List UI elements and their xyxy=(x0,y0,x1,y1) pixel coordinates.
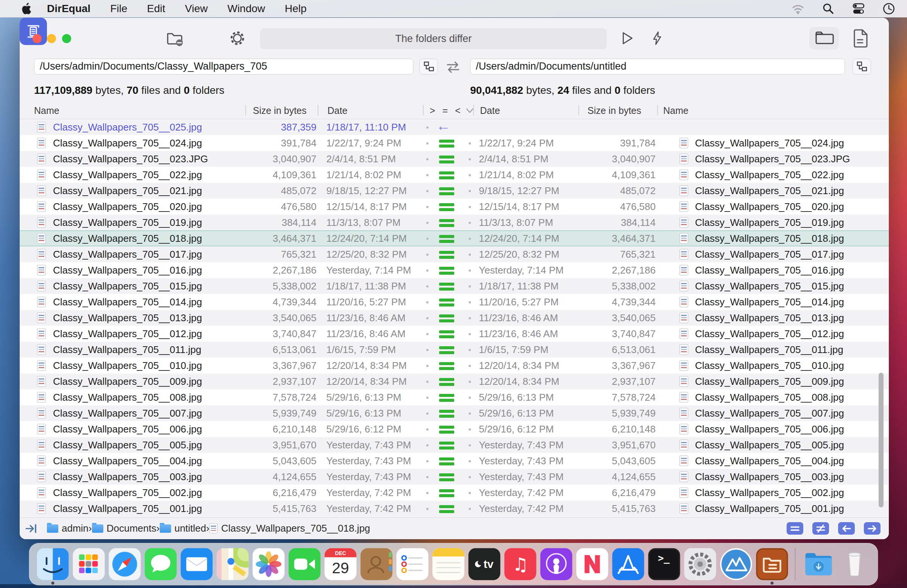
dock-reminders-icon[interactable] xyxy=(394,543,430,585)
clock-icon[interactable] xyxy=(882,2,896,16)
table-row[interactable]: Classy_Wallpapers_705__006.jpg6,210,1485… xyxy=(20,421,889,437)
menu-item-edit[interactable]: Edit xyxy=(147,3,165,15)
column-header-name-left[interactable]: Name xyxy=(34,105,59,116)
wifi-icon[interactable] xyxy=(791,2,805,16)
table-row[interactable]: Classy_Wallpapers_705__016.jpg2,267,186Y… xyxy=(20,262,889,278)
filter-arrow-right-button[interactable] xyxy=(864,522,880,535)
zoom-button[interactable] xyxy=(62,34,71,43)
column-header-size-right[interactable]: Size in bytes xyxy=(588,105,641,116)
dock-direqual-icon[interactable] xyxy=(754,543,790,585)
right-path-input[interactable]: /Users/admin/Documents/untitled xyxy=(470,59,845,75)
dock-trash-icon[interactable] xyxy=(836,543,873,585)
vertical-scrollbar[interactable] xyxy=(879,373,883,507)
left-file-name: Classy_Wallpapers_705__010.jpg xyxy=(53,360,202,372)
filter-arrow-left-button[interactable] xyxy=(838,522,855,535)
open-folder-button[interactable] xyxy=(809,27,839,50)
table-row[interactable]: Classy_Wallpapers_705__008.jpg7,578,7245… xyxy=(20,389,889,405)
filter-equal-button[interactable] xyxy=(787,522,803,535)
dock-settings-icon[interactable] xyxy=(682,543,718,585)
menu-item-file[interactable]: File xyxy=(110,3,127,15)
table-row[interactable]: Classy_Wallpapers_705__005.jpg3,951,670Y… xyxy=(20,437,889,453)
table-row[interactable]: Classy_Wallpapers_705__007.jpg5,939,7495… xyxy=(20,405,889,421)
column-header-date-right[interactable]: Date xyxy=(480,105,500,116)
dock-finder-icon[interactable] xyxy=(35,543,71,585)
menu-item-view[interactable]: View xyxy=(185,3,208,15)
table-row[interactable]: Classy_Wallpapers_705__002.jpg6,216,479Y… xyxy=(20,485,889,500)
close-button[interactable] xyxy=(32,34,42,43)
dock-podcasts-icon[interactable] xyxy=(538,543,574,585)
table-row[interactable]: Classy_Wallpapers_705__009.jpg2,937,1071… xyxy=(20,374,889,389)
table-row[interactable]: Classy_Wallpapers_705__015.jpg5,338,0021… xyxy=(20,278,889,294)
dock-safari-icon[interactable] xyxy=(107,543,143,585)
chevron-down-icon[interactable] xyxy=(466,108,474,114)
breadcrumb-item-0[interactable]: admin xyxy=(47,522,88,534)
column-header-size-left[interactable]: Size in bytes xyxy=(253,105,307,116)
right-file-date: 12/15/14, 8:17 PM xyxy=(479,201,559,213)
table-row[interactable]: Classy_Wallpapers_705__022.jpg4,109,3611… xyxy=(20,167,889,183)
menu-app-name[interactable]: DirEqual xyxy=(47,3,90,15)
table-row[interactable]: Classy_Wallpapers_705__010.jpg3,367,9671… xyxy=(20,358,889,374)
right-choose-folder-button[interactable] xyxy=(853,59,871,75)
table-row[interactable]: Classy_Wallpapers_705__025.jpg387,3591/1… xyxy=(20,119,889,135)
dock-tv-icon[interactable]: tv xyxy=(466,543,502,585)
dock-mail-icon[interactable] xyxy=(179,543,215,585)
run-compare-button[interactable] xyxy=(617,29,637,48)
table-row[interactable]: Classy_Wallpapers_705__004.jpg5,043,605Y… xyxy=(20,453,889,469)
right-file-date: 11/20/16, 5:27 PM xyxy=(479,296,559,308)
dock-appstore-icon[interactable] xyxy=(610,543,646,585)
dock-mountain-app-icon[interactable] xyxy=(718,543,754,585)
table-row[interactable]: Classy_Wallpapers_705__019.jpg384,11411/… xyxy=(20,214,889,230)
control-center-icon[interactable] xyxy=(852,2,865,16)
search-icon[interactable] xyxy=(822,2,835,16)
table-row[interactable]: Classy_Wallpapers_705__013.jpg3,540,0651… xyxy=(20,310,889,326)
dot-icon xyxy=(469,412,471,415)
dock-photos-icon[interactable] xyxy=(251,543,287,585)
settings-gear-button[interactable] xyxy=(228,29,247,48)
table-row[interactable]: Classy_Wallpapers_705__014.jpg4,739,3441… xyxy=(20,294,889,310)
summary-row: 117,109,889 bytes, 70 files and 0 folder… xyxy=(20,82,889,102)
table-row[interactable]: Classy_Wallpapers_705__011.jpg6,513,0611… xyxy=(20,342,889,358)
menu-item-window[interactable]: Window xyxy=(228,3,265,15)
table-row[interactable]: Classy_Wallpapers_705__017.jpg765,32112/… xyxy=(20,246,889,262)
remove-folder-button[interactable] xyxy=(165,29,185,48)
swap-sides-icon[interactable] xyxy=(445,60,461,74)
dock-music-icon[interactable]: ♫ xyxy=(502,543,538,585)
left-path-input[interactable]: /Users/admin/Documents/Classy_Wallpapers… xyxy=(34,59,413,75)
column-header-date-left[interactable]: Date xyxy=(327,105,348,116)
dock-contacts-icon[interactable] xyxy=(359,543,394,585)
table-row[interactable]: Classy_Wallpapers_705__018.jpg3,464,3711… xyxy=(20,230,889,246)
table-row[interactable]: Classy_Wallpapers_705__023.JPG3,040,9072… xyxy=(20,151,889,167)
table-row[interactable]: Classy_Wallpapers_705__012.jpg3,740,8471… xyxy=(20,326,889,342)
dock-calendar-icon[interactable]: DEC29 xyxy=(322,543,359,585)
table-row[interactable]: Classy_Wallpapers_705__020.jpg476,58012/… xyxy=(20,199,889,214)
table-row[interactable]: Classy_Wallpapers_705__021.jpg485,0729/1… xyxy=(20,183,889,199)
minimize-button[interactable] xyxy=(47,34,56,43)
dock-notes-icon[interactable] xyxy=(430,543,466,585)
quick-sync-button[interactable] xyxy=(647,29,667,48)
table-row[interactable]: Classy_Wallpapers_705__001.jpg5,415,763Y… xyxy=(20,500,889,516)
left-choose-folder-button[interactable] xyxy=(420,59,438,75)
reveal-path-icon[interactable] xyxy=(25,523,38,534)
column-header-compare[interactable]: > = < xyxy=(429,105,463,116)
dock-messages-icon[interactable] xyxy=(143,543,179,585)
breadcrumb-item-1[interactable]: Documents xyxy=(92,522,157,534)
report-document-button[interactable] xyxy=(851,29,871,48)
dock-facetime-icon[interactable] xyxy=(287,543,322,585)
dot-icon xyxy=(426,317,428,320)
column-header-name-right[interactable]: Name xyxy=(663,105,689,116)
dock-maps-icon[interactable] xyxy=(215,543,251,585)
equal-icon xyxy=(439,378,454,386)
left-file-date: 12/20/14, 8:34 PM xyxy=(326,376,407,387)
table-row[interactable]: Classy_Wallpapers_705__003.jpg4,124,655Y… xyxy=(20,469,889,485)
table-row[interactable]: Classy_Wallpapers_705__024.jpg391,7841/2… xyxy=(20,135,889,151)
apple-menu-icon[interactable] xyxy=(21,2,32,15)
dock-news-icon[interactable] xyxy=(574,543,610,585)
dock-terminal-icon[interactable]: >_ xyxy=(646,543,682,585)
dock-launchpad-icon[interactable] xyxy=(71,543,107,585)
right-file-name: Classy_Wallpapers_705__022.jpg xyxy=(695,169,844,181)
breadcrumb-item-3[interactable]: Classy_Wallpapers_705__018.jpg xyxy=(209,522,370,534)
breadcrumb-item-2[interactable]: untitled xyxy=(160,522,206,534)
dock-downloads-icon[interactable] xyxy=(801,543,836,585)
menu-item-help[interactable]: Help xyxy=(285,3,307,15)
filter-not-equal-button[interactable] xyxy=(812,522,829,535)
